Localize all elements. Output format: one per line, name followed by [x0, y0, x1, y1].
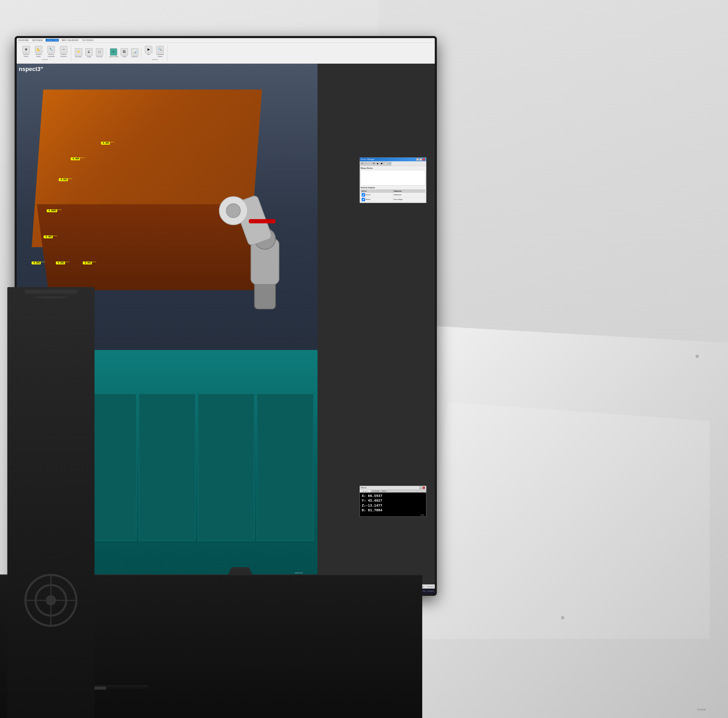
tower-vent-svg — [20, 570, 81, 631]
toolbar-group-addins: ▶ Run 🔍 Command Finder Add-ins — [142, 45, 168, 61]
dm-tool-8[interactable]: 🔗 — [388, 162, 392, 165]
mouse-close-button[interactable]: × — [422, 486, 425, 489]
device-name-1: Device — [366, 194, 371, 196]
mouse-device-title: Mouse Device — [361, 167, 425, 170]
scene: FEATURE REVERSE ANALYSIS MFG VALIDATE VS… — [0, 0, 728, 718]
dynamic-button[interactable]: ⚡ Dynamic — [74, 48, 83, 58]
3d-area-label: 3D Area — [96, 56, 102, 58]
callout-7: -0.001 — [56, 261, 65, 264]
dm-tool-1[interactable]: ↺ — [360, 162, 364, 165]
dm-tool-5[interactable]: ▶ — [376, 162, 380, 165]
analyze-points-button[interactable]: ⊕ Analyze Points — [20, 46, 32, 58]
callout-6: -0.001 — [32, 261, 41, 264]
device-checkbox-1[interactable] — [362, 193, 365, 197]
statistics-icon: 📊 — [131, 48, 138, 56]
device-manager-toolbar: ↺ + - ⚙ ▶ ⏹ 📋 🔗 — [360, 161, 426, 166]
device-row-2: Mouse — [362, 197, 392, 202]
dm-tool-2[interactable]: + — [364, 162, 368, 165]
mouse-panel-title: Mouse — [361, 486, 367, 489]
table-header-alignment: Alignment — [393, 189, 425, 192]
device-alignment-1: Alignment — [393, 192, 425, 197]
toolbar-icons-left: ⊕ Analyze Points 📐 Analyze Entity 🔧 Anal… — [20, 46, 69, 58]
analyze-distance-icon: ↔ — [60, 46, 67, 53]
menu-reverse[interactable]: REVERSE — [32, 39, 44, 41]
run-button[interactable]: ▶ Run — [144, 46, 153, 58]
device-alignment-2: Auto-Align1 — [393, 197, 425, 202]
tower-power-button[interactable] — [34, 296, 69, 298]
material-template-label: Material Template — [361, 186, 425, 189]
mouse-panel-controls: _ × — [419, 486, 425, 489]
dynamic-label: Dynamic — [75, 56, 82, 58]
addins-group-label: Add-ins — [152, 58, 158, 61]
dm-tool-3[interactable]: - — [368, 162, 372, 165]
analyze-distance-label: Analyze Distance — [58, 53, 69, 57]
panel-minimize-button[interactable]: _ — [416, 158, 419, 161]
dm-tool-4[interactable]: ⚙ — [372, 162, 376, 165]
screw-top — [696, 355, 699, 358]
robot-arm-svg — [212, 90, 318, 402]
device-checkbox-2[interactable] — [362, 198, 365, 201]
menu-vs-tools[interactable]: VS-TOOLS — [81, 39, 94, 41]
panel-close-button[interactable]: × — [422, 158, 425, 161]
menu-analysis[interactable]: ANALYSIS — [46, 39, 59, 41]
menu-bar: FEATURE REVERSE ANALYSIS MFG VALIDATE VS… — [17, 38, 435, 43]
coord-z: Z:-13.1477 — [362, 503, 424, 508]
toolbar-group-dynamic: ⚡ Dynamic ∠ Angle □ 3D Area — [72, 47, 106, 59]
device-row-1: Device — [362, 193, 392, 197]
statistics-button[interactable]: 📊 Statistics — [130, 48, 139, 58]
callout-4: -0.0005 — [47, 209, 57, 212]
device-manager-title: Device Manager — [361, 158, 375, 160]
mouse-tab-formats[interactable]: FORMATS — [360, 490, 370, 492]
3d-area-button[interactable]: □ 3D Area — [95, 48, 104, 58]
chain-button[interactable]: ⛓ Chain — [119, 48, 129, 58]
taskbar-date: 1/15/2019 — [426, 590, 433, 592]
coord-x: X: 66.5937 — [362, 493, 424, 498]
scale-bar: 0.641 ft In — [295, 572, 303, 574]
tower-drive-bay — [25, 290, 77, 293]
dm-tool-7[interactable]: 📋 — [384, 162, 387, 165]
tower-vent — [20, 570, 81, 632]
statistics-label: Statistics — [132, 56, 138, 58]
dynamic-icon: ⚡ — [75, 48, 82, 56]
mouse-tab-custom[interactable]: CUSTOM — [370, 490, 381, 492]
device-manager-titlebar: Device Manager _ □ × — [360, 157, 426, 161]
analyze-points-icon: ⊕ — [23, 46, 30, 53]
command-finder-label: Command Finder — [155, 53, 165, 57]
cutout-5 — [257, 394, 314, 541]
dm-tool-6[interactable]: ⏹ — [380, 162, 384, 165]
toolbar-icons-dynamic: ⚡ Dynamic ∠ Angle □ 3D Area — [74, 48, 104, 58]
menu-mfg-validate[interactable]: MFG VALIDATE — [61, 39, 80, 41]
analyze-toolpaths-label: Analyze Toolpaths — [46, 53, 57, 57]
mouse-tab-text[interactable]: TEXT — [381, 490, 387, 492]
panel-maximize-button[interactable]: □ — [419, 158, 422, 161]
analyze-entity-button[interactable]: 📐 Analyze Entity — [33, 46, 44, 58]
analyze-entity-icon: 📐 — [35, 46, 42, 53]
device-alignment-table: Device Alignment Device — [361, 189, 425, 202]
mouse-tabs: FORMATS CUSTOM TEXT — [360, 490, 426, 492]
command-finder-button[interactable]: 🔍 Command Finder — [154, 46, 166, 58]
toolbar: ⊕ Analyze Points 📐 Analyze Entity 🔧 Anal… — [17, 43, 435, 64]
callout-5: -0.001 — [44, 235, 53, 238]
check-solid-button[interactable]: ✓ Check Solid — [109, 48, 119, 58]
analyze-distance-button[interactable]: ↔ Analyze Distance — [58, 46, 69, 58]
toolbar-group-check: ✓ Check Solid ⛓ Chain 📊 Statistics — [107, 47, 141, 59]
cutout-3 — [139, 394, 196, 541]
analyze-entity-label: Analyze Entity — [34, 53, 44, 57]
mouse-minimize-button[interactable]: _ — [419, 486, 422, 489]
menu-feature[interactable]: FEATURE — [18, 39, 30, 41]
panel-controls: _ □ × — [416, 158, 425, 161]
toolbar-icons-addins: ▶ Run 🔍 Command Finder — [144, 46, 166, 58]
analyze-toolpaths-button[interactable]: 🔧 Analyze Toolpaths — [46, 46, 57, 58]
callout-1: -0.004 — [71, 157, 80, 160]
toolbar-icons-check: ✓ Check Solid ⛓ Chain 📊 Statistics — [109, 48, 139, 58]
3d-area-icon: □ — [96, 48, 103, 56]
analyze-group-label: Analyze — [42, 58, 48, 61]
command-finder-icon: 🔍 — [156, 46, 164, 53]
device-manager-section: Mouse Device Material Template Device Al… — [360, 166, 426, 203]
run-icon: ▶ — [145, 46, 152, 53]
coord-unit: inch — [360, 514, 426, 516]
toolbar-group-left: ⊕ Analyze Points 📐 Analyze Entity 🔧 Anal… — [19, 45, 71, 61]
run-label: Run — [147, 53, 150, 56]
angle-button[interactable]: ∠ Angle — [84, 48, 94, 58]
device-preview-area — [361, 170, 425, 186]
